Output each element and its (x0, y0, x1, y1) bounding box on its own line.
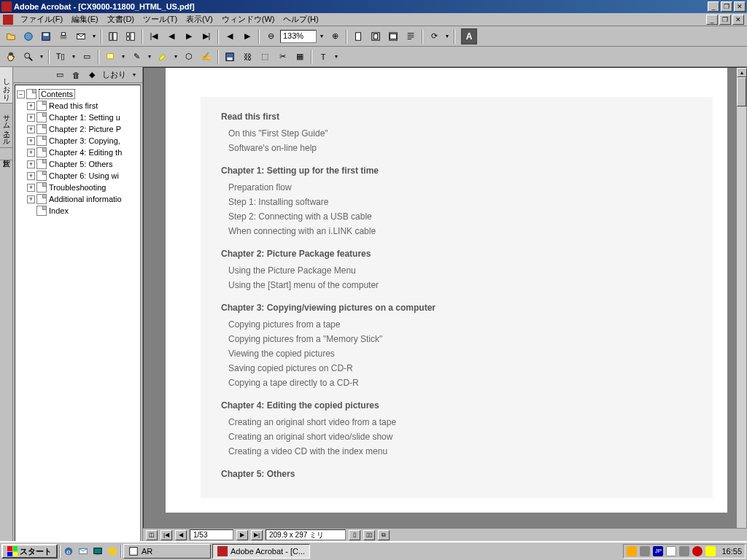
side-tab-comments[interactable]: 注釈 (0, 148, 12, 160)
tray-icon-2[interactable] (640, 546, 650, 556)
quicklaunch-app-icon[interactable] (106, 545, 119, 558)
toc-link[interactable]: Creating a video CD with the index menu (228, 444, 692, 459)
zoom-out-button[interactable]: ⊖ (263, 28, 279, 44)
toc-heading[interactable]: Chapter 3: Copying/viewing pictures on a… (221, 303, 692, 313)
status-prev-button[interactable]: ◀ (175, 530, 187, 540)
zoom-field[interactable]: 133% (280, 30, 317, 43)
signature-tool-button[interactable]: ✍ (198, 49, 214, 65)
tray-icon-4[interactable] (679, 546, 689, 556)
stamp-tool-button[interactable]: ⬡ (181, 49, 197, 65)
side-tab-bookmarks[interactable]: しおり (0, 67, 12, 104)
expand-icon[interactable]: + (27, 114, 35, 122)
graphics-select-button[interactable]: ▭ (79, 49, 95, 65)
back-button[interactable]: ◀ (222, 28, 238, 44)
note-dropdown[interactable]: ▾ (120, 53, 127, 60)
show-bookmarks-button[interactable] (105, 28, 121, 44)
toc-link[interactable]: Step 2: Connecting with a USB cable (228, 209, 692, 224)
menu-edit[interactable]: 編集(E) (67, 12, 103, 26)
movie-tool-button[interactable]: ▦ (292, 49, 308, 65)
zoom-dropdown[interactable]: ▾ (318, 33, 325, 39)
expand-icon[interactable]: + (27, 102, 35, 110)
form-tool-button[interactable] (222, 49, 238, 65)
article-tool-button[interactable]: ⬚ (257, 49, 273, 65)
toc-link[interactable]: When connecting with an i.LINK cable (228, 224, 692, 238)
tree-item[interactable]: +Chapter 3: Copying, (26, 135, 140, 147)
reflow-button[interactable] (403, 28, 419, 44)
touchup-dropdown[interactable]: ▾ (333, 53, 340, 60)
toc-link[interactable]: Using the [Start] menu of the computer (228, 278, 692, 292)
actual-size-button[interactable] (350, 28, 366, 44)
toc-heading[interactable]: Chapter 1: Setting up for the first time (221, 166, 692, 176)
zoom-in-button[interactable]: ⊕ (327, 28, 343, 44)
doc-minimize-button[interactable]: _ (706, 15, 718, 25)
status-layout-button[interactable]: ◫ (146, 530, 158, 540)
expand-icon[interactable]: + (27, 172, 35, 180)
toc-link[interactable]: Preparation flow (228, 180, 692, 195)
toolbar-dropdown[interactable]: ▾ (90, 33, 98, 39)
next-page-button[interactable]: ▶ (181, 28, 197, 44)
toc-heading[interactable]: Chapter 2: Picture Package features (221, 249, 692, 259)
tree-item[interactable]: +Chapter 4: Editing th (26, 147, 140, 158)
fit-width-button[interactable] (385, 28, 401, 44)
first-page-button[interactable]: |◀ (146, 28, 162, 44)
bookmark-menu-dropdown[interactable]: ▾ (131, 71, 138, 78)
highlight-tool-button[interactable] (155, 49, 171, 65)
tree-item[interactable]: +Troubleshooting (26, 182, 140, 193)
tray-volume-icon[interactable] (705, 546, 716, 556)
toc-link[interactable]: Using the Picture Package Menu (228, 263, 692, 278)
status-single-page-button[interactable]: ▯ (349, 530, 360, 540)
tree-item[interactable]: Index (26, 205, 140, 217)
status-next-button[interactable]: ▶ (236, 530, 248, 540)
tree-item[interactable]: +Additional informatio (26, 193, 140, 205)
status-continuous-button[interactable]: ▯▯ (363, 530, 375, 540)
minimize-button[interactable]: _ (708, 1, 719, 12)
bookmark-expand-button[interactable]: ◆ (86, 69, 98, 81)
collapse-icon[interactable]: − (17, 90, 25, 98)
tree-item[interactable]: +Read this first (26, 100, 140, 112)
toc-link[interactable]: Copying a tape directly to a CD-R (228, 376, 692, 390)
tree-root[interactable]: − Contents (15, 88, 140, 100)
start-button[interactable]: スタート (1, 544, 58, 559)
show-thumbnails-button[interactable] (123, 28, 139, 44)
tree-item[interactable]: +Chapter 1: Setting u (26, 112, 140, 123)
last-page-button[interactable]: ▶| (198, 28, 214, 44)
fit-page-button[interactable] (368, 28, 384, 44)
toc-link[interactable]: Copying pictures from a tape (228, 317, 692, 332)
quicklaunch-desktop-icon[interactable] (91, 545, 104, 558)
text-select-button[interactable]: T▯ (53, 49, 69, 65)
toc-link[interactable]: Software's on-line help (228, 141, 692, 155)
vertical-scrollbar[interactable]: ▴ ▾ (736, 68, 746, 545)
expand-icon[interactable]: + (27, 195, 35, 203)
doc-restore-button[interactable]: ❐ (719, 15, 731, 25)
prev-page-button[interactable]: ◀ (163, 28, 179, 44)
status-facing-button[interactable]: ⧉ (378, 530, 390, 540)
zoom-tool-button[interactable] (20, 49, 36, 65)
menu-view[interactable]: 表示(V) (182, 12, 217, 26)
toc-link[interactable]: Creating an original short video from a … (228, 415, 692, 429)
print-button[interactable] (55, 28, 71, 44)
forward-button[interactable]: ▶ (239, 28, 255, 44)
expand-icon[interactable]: + (27, 184, 35, 192)
crop-tool-button[interactable]: ✂ (274, 49, 290, 65)
save-button[interactable] (38, 28, 54, 44)
toc-link[interactable]: Creating an original short video/slide s… (228, 429, 692, 444)
tree-item[interactable]: +Chapter 2: Picture P (26, 123, 140, 135)
note-tool-button[interactable] (102, 49, 118, 65)
close-button[interactable]: ✕ (734, 1, 746, 12)
expand-icon[interactable]: + (27, 137, 35, 145)
tray-icon-1[interactable] (627, 546, 637, 556)
taskbar-task-ar[interactable]: AR (123, 544, 211, 559)
doc-close-button[interactable]: ✕ (732, 15, 744, 25)
tray-icon-3[interactable] (666, 546, 676, 556)
document-icon[interactable] (3, 15, 13, 25)
toc-link[interactable]: Viewing the copied pictures (228, 346, 692, 361)
tree-item[interactable]: +Chapter 5: Others (26, 158, 140, 170)
open-web-button[interactable] (20, 28, 36, 44)
link-tool-button[interactable]: ⛓ (239, 49, 255, 65)
menu-document[interactable]: 文書(D) (103, 12, 139, 26)
scroll-thumb-v[interactable] (737, 77, 746, 106)
toc-heading[interactable]: Chapter 5: Others (221, 469, 692, 479)
menu-tools[interactable]: ツール(T) (139, 12, 182, 26)
delete-bookmark-button[interactable]: 🗑 (70, 69, 82, 81)
touchup-text-button[interactable]: T (315, 49, 331, 65)
